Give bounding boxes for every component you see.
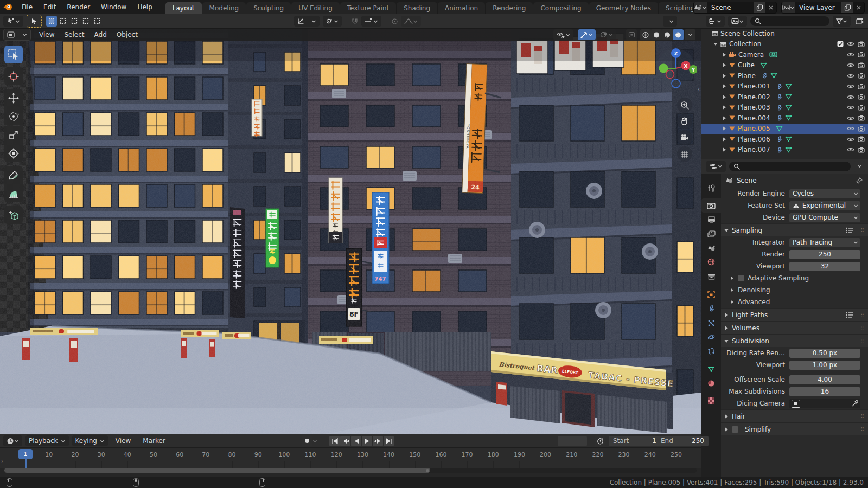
prop-field-slider[interactable]: 0.50 px xyxy=(789,349,860,358)
tool-rotate-button[interactable] xyxy=(4,107,23,125)
tab-layout[interactable]: Layout xyxy=(165,2,202,14)
menu-render[interactable]: Render xyxy=(61,0,95,14)
disclosure-toggle[interactable] xyxy=(722,126,726,131)
panel-light-paths[interactable]: Light Paths⠿ xyxy=(721,308,868,321)
hide-viewport-toggle[interactable] xyxy=(847,94,854,100)
overlays-dropdown[interactable] xyxy=(597,29,616,40)
properties-tab-tool[interactable] xyxy=(701,181,721,195)
disclosure-toggle[interactable] xyxy=(722,74,726,78)
outliner-row-plane-002[interactable]: Plane.002 xyxy=(701,92,868,102)
prop-field-dropdown[interactable]: Experimental xyxy=(789,201,860,210)
browse-icon[interactable] xyxy=(782,2,795,13)
camera-view-button[interactable] xyxy=(677,130,692,145)
timeline-menu-marker[interactable]: Marker xyxy=(138,437,169,445)
menu-window[interactable]: Window xyxy=(95,0,132,14)
pan-button[interactable] xyxy=(677,114,692,129)
snap-settings-dropdown[interactable] xyxy=(361,16,381,27)
disclosure-toggle[interactable] xyxy=(722,63,726,67)
proportional-editing-button[interactable] xyxy=(389,16,400,27)
disclosure-toggle[interactable] xyxy=(722,53,726,57)
outliner-row-plane-001[interactable]: Plane.001 xyxy=(701,81,868,92)
hide-render-toggle[interactable] xyxy=(858,52,865,57)
panel-grip-icon[interactable]: ⠿ xyxy=(860,325,865,331)
menu-edit[interactable]: Edit xyxy=(38,0,61,14)
pin-icon[interactable] xyxy=(856,177,863,184)
hide-render-toggle[interactable] xyxy=(858,41,865,47)
viewport-menu-object[interactable]: Object xyxy=(112,31,143,38)
select-mode-invert-button[interactable] xyxy=(80,16,91,27)
options-dropdown[interactable] xyxy=(663,16,677,27)
tab-shading[interactable]: Shading xyxy=(397,2,437,14)
unlink-view-layer-selector-button[interactable] xyxy=(853,2,864,13)
tab-rendering[interactable]: Rendering xyxy=(486,2,533,14)
properties-tab-texture[interactable] xyxy=(701,394,721,408)
disclosure-toggle[interactable] xyxy=(722,95,726,99)
shading-material-button[interactable] xyxy=(662,29,673,40)
hide-render-toggle[interactable] xyxy=(858,105,865,111)
properties-tab-material[interactable] xyxy=(701,376,721,390)
tab-animation[interactable]: Animation xyxy=(438,2,485,14)
select-mode-extend-button[interactable] xyxy=(58,16,68,27)
select-mode-intersect-button[interactable] xyxy=(92,16,103,27)
outliner-row-plane-005[interactable]: Plane.005 xyxy=(701,124,868,134)
hide-render-toggle[interactable] xyxy=(858,115,865,121)
outliner-filter-id-dropdown[interactable] xyxy=(728,16,747,27)
disclosure-toggle[interactable] xyxy=(722,84,726,88)
hide-viewport-toggle[interactable] xyxy=(847,41,854,47)
timeline-menu-keying[interactable]: Keying xyxy=(72,435,108,446)
properties-options-chevron[interactable] xyxy=(854,161,865,172)
pivot-point-dropdown[interactable] xyxy=(323,16,342,27)
shading-options-chevron[interactable] xyxy=(685,29,695,40)
hide-viewport-toggle[interactable] xyxy=(847,126,854,131)
prop-field-slider[interactable]: 32 xyxy=(789,262,860,271)
outliner-row-plane-007[interactable]: Plane.007 xyxy=(701,145,868,156)
timeline-menu-view[interactable]: View xyxy=(111,437,135,445)
proportional-falloff-dropdown[interactable] xyxy=(401,16,421,27)
hide-viewport-toggle[interactable] xyxy=(847,52,854,57)
outliner-row-cube[interactable]: Cube xyxy=(701,60,868,71)
prop-field-dropdown[interactable]: GPU Compute xyxy=(789,213,860,222)
new-view-layer-selector-button[interactable] xyxy=(841,2,853,13)
hide-viewport-toggle[interactable] xyxy=(847,84,854,89)
play-reverse-button[interactable] xyxy=(351,436,361,446)
hide-viewport-toggle[interactable] xyxy=(847,137,854,142)
next-keyframe-button[interactable] xyxy=(373,436,383,446)
viewport-menu-view[interactable]: View xyxy=(34,31,59,38)
hide-render-toggle[interactable] xyxy=(858,126,865,132)
zoom-button[interactable] xyxy=(677,98,692,113)
properties-tab-view-layer[interactable] xyxy=(701,227,721,241)
properties-tab-particles[interactable] xyxy=(701,316,721,330)
viewport-3d[interactable]: BistroquetBARELFORTTABAC - PRESSE7478FYO… xyxy=(0,28,701,434)
prop-field-dropdown[interactable]: Path Tracing xyxy=(789,238,860,247)
tab-compositing[interactable]: Compositing xyxy=(533,2,588,14)
subpanel-checkbox[interactable] xyxy=(738,275,744,281)
perspective-toggle-button[interactable] xyxy=(677,146,692,162)
active-tool-dropdown[interactable] xyxy=(3,16,23,27)
current-frame-field[interactable] xyxy=(558,436,587,446)
properties-search-field[interactable] xyxy=(729,162,851,171)
snap-toggle-button[interactable] xyxy=(349,16,360,27)
panel-hair[interactable]: Hair⠿ xyxy=(721,409,868,422)
outliner-display-mode-dropdown[interactable] xyxy=(706,16,725,27)
shading-wireframe-button[interactable] xyxy=(640,29,651,40)
panel-grip-icon[interactable]: ⠿ xyxy=(860,228,865,233)
panel-simplify[interactable]: Simplify⠿ xyxy=(721,422,868,435)
shading-rendered-button[interactable] xyxy=(673,29,684,40)
timeline-menu-playback[interactable]: Playback xyxy=(25,435,69,446)
unlink-scene-selector-button[interactable] xyxy=(765,2,776,13)
scene-selector[interactable]: Scene xyxy=(693,2,777,14)
select-mode-subtract-button[interactable] xyxy=(69,16,80,27)
mode-dropdown[interactable] xyxy=(3,29,31,41)
tool-move-button[interactable] xyxy=(4,89,23,107)
use-preview-range-button[interactable] xyxy=(595,435,605,446)
tool-scale-button[interactable] xyxy=(4,126,23,144)
hide-render-toggle[interactable] xyxy=(858,62,865,68)
hide-viewport-toggle[interactable] xyxy=(847,105,854,110)
select-box-tool-button[interactable] xyxy=(27,15,42,28)
hide-render-toggle[interactable] xyxy=(858,136,865,142)
jump-to-end-button[interactable] xyxy=(384,436,394,446)
properties-editor-type-dropdown[interactable] xyxy=(706,161,726,172)
tab-uv-editing[interactable]: UV Editing xyxy=(291,2,340,14)
subpanel-advanced[interactable]: Advanced xyxy=(721,296,868,308)
prop-field-dropdown[interactable]: Cycles xyxy=(789,189,860,198)
